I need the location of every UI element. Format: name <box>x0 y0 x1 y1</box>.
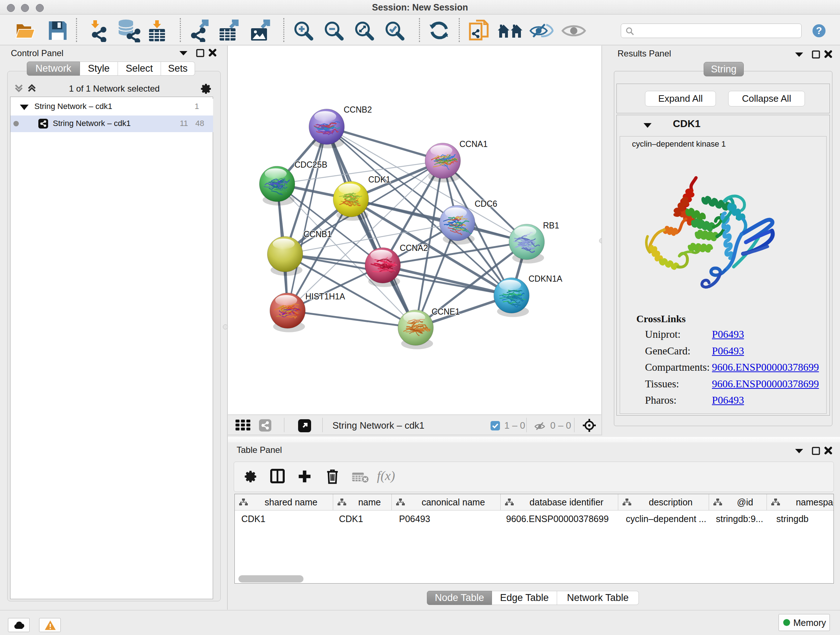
svg-text:CCNE1: CCNE1 <box>431 307 460 317</box>
svg-text:CCNA1: CCNA1 <box>459 139 488 149</box>
svg-text:CCNB2: CCNB2 <box>344 105 372 114</box>
svg-text:CCNB1: CCNB1 <box>303 230 332 239</box>
svg-text:CDC25B: CDC25B <box>294 160 327 169</box>
svg-text:CDC6: CDC6 <box>475 199 497 209</box>
svg-text:HIST1H1A: HIST1H1A <box>305 292 346 301</box>
svg-text:CDK1: CDK1 <box>368 175 390 184</box>
svg-text:CDKN1A: CDKN1A <box>529 274 562 283</box>
svg-text:CCNA2: CCNA2 <box>400 243 428 253</box>
svg-text:RB1: RB1 <box>543 221 559 230</box>
